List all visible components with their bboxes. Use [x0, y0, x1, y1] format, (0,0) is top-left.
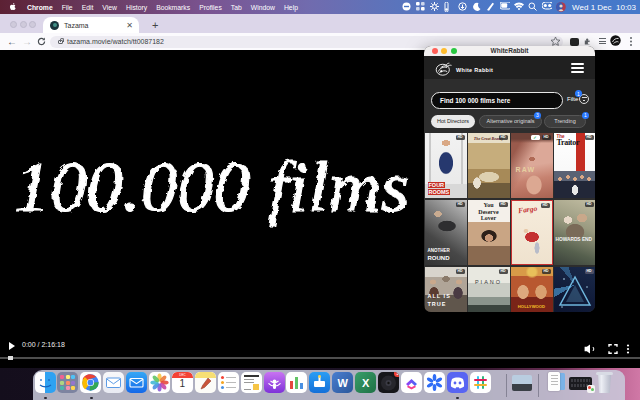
svg-text:100.000 films: 100.000 films: [14, 147, 409, 227]
